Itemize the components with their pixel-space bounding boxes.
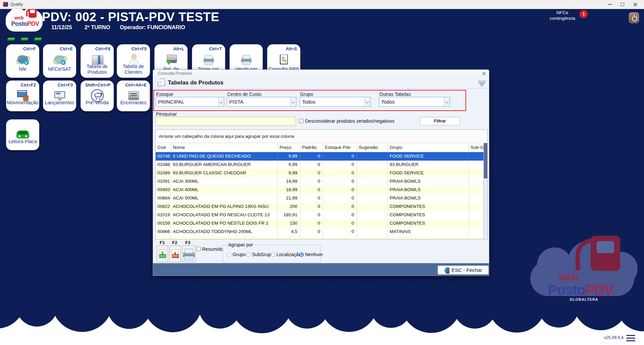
- menu-button-nfce-sat[interactable]: Ctrl+EeNFCe/SAT: [43, 44, 76, 78]
- collapse-triangle-icon[interactable]: [478, 80, 486, 82]
- menu-button-encerrantes[interactable]: Ctrl+Alt+EEncerrantes: [117, 80, 150, 111]
- zerados-checkbox[interactable]: [299, 119, 303, 123]
- table-row[interactable]: 00822ACHOCOLATADO EM PO ALPINO 13KG INSU…: [156, 203, 484, 211]
- table-row[interactable]: 007465 UNID PAO DE QUEIJO RECHEADO9,9900…: [156, 152, 484, 161]
- column-header-estoque[interactable]: Estoque Pdv: [323, 143, 357, 152]
- radio-grupo[interactable]: Grupo: [227, 252, 246, 257]
- chevron-down-icon[interactable]: [290, 97, 296, 106]
- maximize-button[interactable]: [617, 0, 627, 9]
- search-input[interactable]: [156, 117, 296, 126]
- table-row[interactable]: 0108993 BURGUER CLASSIC CHEDDAR9,9900FOO…: [156, 169, 484, 177]
- cell-preco: 200: [278, 203, 300, 211]
- radio-subgrupo[interactable]: SubGrupo: [246, 252, 274, 257]
- menu-button-pr-venda[interactable]: Shift+Ctrl+PPré-Venda: [81, 80, 114, 111]
- printer-icon: [183, 252, 195, 257]
- menu-button-label: Tabela de Produtos: [82, 63, 113, 77]
- filtrar-button[interactable]: Filtrar: [420, 117, 460, 125]
- radio-button-icon[interactable]: [227, 252, 231, 257]
- radio-button-icon[interactable]: [271, 252, 275, 257]
- cell-sugestao: [357, 177, 388, 186]
- cell-sugestao: [357, 203, 388, 211]
- grupo-select[interactable]: Todos: [300, 97, 370, 107]
- radio-button-icon[interactable]: [299, 252, 304, 257]
- cell-estoque: 0: [323, 194, 357, 203]
- cell-sub: [469, 152, 484, 161]
- menu-button-leitura-placa[interactable]: Leitura Placa: [6, 119, 39, 150]
- table-row[interactable]: 00493ACAI 400ML18,9900PRAIA BOWLS: [156, 186, 484, 194]
- cell-sub: [469, 177, 484, 186]
- column-header-sugestao[interactable]: Sugestão: [357, 143, 388, 152]
- menu-button-tabela-de-clientes[interactable]: Ctrl+F5Tabela de Clientes: [117, 44, 150, 78]
- chevron-down-icon[interactable]: [218, 97, 224, 106]
- cell-cod: 00684: [156, 194, 171, 203]
- resumido-checkbox[interactable]: [196, 247, 201, 251]
- column-header-preco[interactable]: Preço: [278, 143, 300, 152]
- chevron-down-icon[interactable]: [444, 97, 450, 106]
- cell-sugestao: [357, 161, 388, 169]
- menu-button-movimenta-o[interactable]: Ctrl+F2Movimentação: [6, 80, 39, 111]
- cell-estoque: 0: [323, 219, 357, 228]
- table-row[interactable]: 00866ACHOCOLATADO TODDYNHO 200ML4,500MAT…: [156, 228, 484, 236]
- dialog-close-icon[interactable]: [481, 71, 486, 76]
- cell-sugestao: [357, 186, 388, 194]
- cell-estoque: 0: [323, 186, 357, 194]
- cell-grupo: MATINAIS: [388, 228, 469, 236]
- cell-sub: [469, 228, 484, 236]
- minimize-button[interactable]: [605, 0, 615, 9]
- vertical-scrollbar[interactable]: [484, 143, 487, 239]
- export-xls-button[interactable]: X XLS: [157, 245, 168, 262]
- cell-sugestao: [357, 152, 388, 161]
- column-header-cod[interactable]: Cod: [156, 143, 171, 152]
- table-row[interactable]: 01019ACHOCOLATADO EM PO NESCAU CLEITE 13…: [156, 211, 484, 219]
- chevron-down-icon[interactable]: [364, 97, 370, 106]
- column-header-padrao[interactable]: Padrão: [300, 143, 323, 152]
- cell-estoque: 0: [323, 169, 357, 177]
- print-button[interactable]: [182, 245, 196, 262]
- cell-preco: 4,5: [278, 228, 300, 236]
- table-row[interactable]: 00159ACHOCOLATADO EM PO NESTLE DOIS FR 1…: [156, 219, 484, 228]
- nfce-contingency-label: NFCe contingência: [547, 10, 578, 21]
- group-by-bar[interactable]: Arraste um cabeçalho da coluna aqui para…: [156, 130, 487, 143]
- radio-label: Nenhum: [305, 252, 323, 257]
- f2-label: F2: [172, 240, 177, 245]
- cell-preco: 150: [278, 219, 300, 228]
- radio-localiza-o[interactable]: Localização: [271, 252, 301, 257]
- centro-custo-select[interactable]: PISTA: [227, 97, 296, 107]
- outras-tabelas-select[interactable]: Todos: [379, 97, 450, 107]
- column-header-grupo[interactable]: Grupo: [388, 143, 469, 152]
- scrollbar-thumb[interactable]: [484, 143, 487, 178]
- column-header-sub[interactable]: Sub-Grupo: [469, 143, 484, 152]
- shortcut-label: Ctrl+F6: [95, 46, 110, 51]
- outras-tabelas-label: Outras Tabelas: [379, 92, 411, 97]
- close-button[interactable]: [630, 0, 640, 9]
- os-titlebar: Quality: [0, 0, 644, 9]
- cell-cod: 00866: [156, 228, 171, 236]
- table-row[interactable]: 01091ACAI 300ML14,9900PRAIA BOWLS: [156, 177, 484, 186]
- consulta-produtos-dialog: Consulta Produtos Tabelas de Produtos Es…: [153, 69, 489, 276]
- pdf-tag: PDF: [172, 254, 179, 258]
- column-header-nome[interactable]: Nome: [171, 143, 278, 152]
- menu-button-tabela-de-produtos[interactable]: Ctrl+F6Tabela de Produtos: [81, 44, 114, 78]
- hamburger-menu-icon[interactable]: [626, 335, 635, 341]
- centro-custo-value: PISTA: [227, 99, 290, 105]
- radio-nenhum[interactable]: Nenhum: [299, 252, 323, 257]
- pdf-icon: ▾ PDF: [171, 249, 179, 258]
- esc-fechar-button[interactable]: ESC - Fechar: [438, 266, 489, 275]
- watermark-posto-text: Posto: [548, 282, 585, 298]
- tag-icon: [157, 78, 166, 87]
- dialog-titlebar[interactable]: Consulta Produtos: [153, 70, 489, 77]
- menu-button-nfe[interactable]: Ctrl+FeNfe: [6, 44, 39, 78]
- cell-sugestao: [357, 219, 388, 228]
- table-row[interactable]: 0108893 BURGUER AMERICAN BURGUER9,990093…: [156, 161, 484, 169]
- export-pdf-button[interactable]: ▾ PDF: [169, 245, 181, 262]
- products-table: Arraste um cabeçalho da coluna aqui para…: [155, 129, 488, 239]
- power-button[interactable]: [629, 12, 639, 23]
- menu-button-label: Lançamentos: [44, 96, 75, 111]
- window-title: Quality: [10, 2, 23, 7]
- estoque-select[interactable]: PRINCIPAL: [156, 97, 224, 107]
- cell-grupo: PRAIA BOWLS: [388, 194, 469, 203]
- radio-button-icon[interactable]: [246, 252, 251, 257]
- table-row[interactable]: 00684ACAI 500ML21,9900PRAIA BOWLS: [156, 194, 484, 203]
- menu-button-lan-amentos[interactable]: Ctrl+F3Lançamentos: [43, 80, 76, 111]
- menu-button-label: Movimentação: [7, 96, 38, 111]
